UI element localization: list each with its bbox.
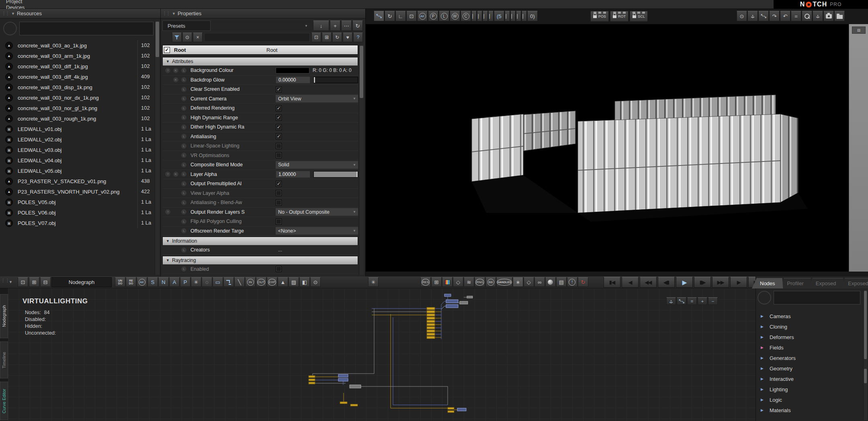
scrollbar-thumb[interactable]: [864, 291, 867, 359]
side-tab-curve-editor[interactable]: Curve Editor: [0, 382, 8, 420]
snap-a-button[interactable]: A: [169, 277, 180, 287]
favourite-button[interactable]: ♥: [343, 33, 352, 42]
checkbox[interactable]: ✓: [276, 124, 282, 130]
snap-5-button[interactable]: (5: [494, 11, 504, 21]
section-header[interactable]: ▼Raytracing: [162, 256, 358, 265]
redo-button[interactable]: REDO: [126, 277, 136, 287]
checkbox[interactable]: [276, 143, 282, 149]
resource-row[interactable]: ▣POLES_V05.obj1 La: [0, 197, 154, 207]
step-back-button[interactable]: ◀▮: [658, 277, 675, 288]
resource-row[interactable]: ▲P23_RASTER_V_STACKED_v01.png438: [0, 176, 154, 186]
panel-grip-icon[interactable]: ⋮⋮: [162, 11, 170, 16]
focus-selected-button[interactable]: ⊙: [182, 33, 192, 42]
graph-settings-button[interactable]: ✳: [191, 277, 201, 287]
nodes-scrollbar[interactable]: [863, 290, 867, 420]
resource-row[interactable]: ▣LEDWALL_v02.obj1 La: [0, 134, 154, 145]
focus-view-button[interactable]: ⊙: [737, 11, 747, 21]
checkbox[interactable]: [276, 190, 282, 196]
slider[interactable]: [313, 77, 358, 83]
bounding-box-button[interactable]: BB: [485, 277, 496, 287]
checkbox[interactable]: ✓: [276, 181, 282, 187]
expand-arrow-icon[interactable]: ▶: [761, 314, 766, 318]
resource-row[interactable]: ▲concrete_wall_003_disp_1k.png102: [0, 82, 154, 92]
show-exports-button[interactable]: EXP: [267, 277, 277, 287]
scrollbar-thumb[interactable]: [360, 46, 363, 98]
category-logic[interactable]: ▶Logic: [756, 394, 862, 405]
resource-row[interactable]: ▣LEDWALL_v04.obj1 La: [0, 155, 154, 166]
resource-row[interactable]: ▲concrete_wall_003_diff_1k.jpg102: [0, 61, 154, 72]
lasso-select-button[interactable]: ◌: [202, 277, 212, 287]
show-outputs-button[interactable]: OUT: [256, 277, 266, 287]
scrollbar-thumb[interactable]: [156, 22, 159, 57]
vr-preview-button[interactable]: ∞: [534, 277, 545, 287]
undo-button[interactable]: UNDO: [115, 277, 125, 287]
tab-profiler[interactable]: Profiler: [779, 278, 812, 288]
camera-view-button[interactable]: [823, 11, 834, 21]
dropdown[interactable]: Orbit View▼: [276, 95, 358, 102]
nodegraph-options-button[interactable]: ✳: [368, 277, 379, 287]
number-field[interactable]: 0.00000: [276, 76, 310, 84]
category-deformers[interactable]: ▶Deformers: [756, 332, 862, 342]
marquee-select-button[interactable]: ▭: [213, 277, 223, 287]
resource-row[interactable]: ▣LEDWALL_v05.obj1 La: [0, 166, 154, 176]
checkbox[interactable]: [276, 152, 282, 158]
color-swatch[interactable]: [276, 67, 309, 74]
resource-row[interactable]: ▲P23_RASTERS_VNORTH_INPUT_v02.png422: [0, 186, 154, 197]
auto-key-button[interactable]: AK: [417, 11, 428, 21]
resource-row[interactable]: ▲concrete_wall_003_rough_1k.png102: [0, 113, 154, 124]
nodegraph-canvas[interactable]: VIRTUALLIGHTING Nodes:84Disabled:Hidden:…: [8, 288, 755, 421]
revert-props-button[interactable]: ↻: [332, 33, 342, 42]
rotate-tool-button[interactable]: ↻: [385, 11, 395, 21]
root-node-row[interactable]: ✓ Root Root: [162, 45, 358, 55]
tick-b4-button[interactable]: ▏: [522, 11, 527, 21]
resource-row[interactable]: ▲concrete_wall_003_nor_dx_1k.png102: [0, 92, 154, 103]
help-button[interactable]: ?: [353, 33, 363, 42]
resource-row[interactable]: ▣LEDWALL_v01.obj1 La: [0, 124, 154, 134]
lock-rotation-button[interactable]: ROT: [610, 11, 628, 22]
strip-panel-icon[interactable]: ▤: [852, 27, 866, 34]
resources-search-input[interactable]: [19, 22, 154, 35]
side-tab-timeline[interactable]: Timeline: [0, 341, 8, 378]
panel-overlay-button[interactable]: ▤: [556, 277, 567, 287]
checkbox[interactable]: ✓: [276, 114, 282, 121]
show-inputs-button[interactable]: IN: [245, 277, 256, 287]
checkbox[interactable]: ✓: [276, 105, 282, 111]
section-header[interactable]: ▼Attributes: [162, 57, 358, 66]
float-window-button[interactable]: ⊡: [18, 277, 28, 287]
expand-arrow-icon[interactable]: ▶: [761, 387, 766, 391]
category-cloning[interactable]: ▶Cloning: [756, 321, 862, 332]
lock-scale-button[interactable]: SCL: [630, 11, 648, 22]
prev-keyframe-button[interactable]: ◀: [622, 277, 639, 288]
section-header[interactable]: ▼Information: [162, 237, 358, 245]
category-interactive[interactable]: ▶Interactive: [756, 374, 862, 384]
tab-exposed[interactable]: Exposed: [840, 278, 868, 288]
panel-grip-icon[interactable]: ⋮⋮: [1, 278, 10, 283]
tick-b3-button[interactable]: ▏: [516, 11, 521, 21]
root-enabled-checkbox[interactable]: ✓: [164, 47, 170, 53]
auto-key-graph-button[interactable]: AK: [137, 277, 147, 287]
scrollbar-thumb[interactable]: [864, 369, 867, 383]
properties-header[interactable]: ⋮⋮ ▼ Properties: [161, 9, 365, 18]
expand-arrow-icon[interactable]: ▶: [761, 325, 766, 329]
next-keyframe-button[interactable]: ▶: [730, 277, 747, 288]
slider[interactable]: [313, 171, 358, 178]
dropdown[interactable]: No - Output Composite▼: [276, 208, 358, 216]
snap-s-button[interactable]: S: [147, 277, 158, 287]
fit-view-button[interactable]: [758, 11, 769, 21]
translate-tool-button[interactable]: [374, 11, 384, 21]
preset-more-button[interactable]: ⋯: [341, 20, 352, 31]
paste-props-button[interactable]: ⊞: [322, 33, 332, 42]
layers-overlay-button[interactable]: ≋: [464, 277, 474, 287]
scale-tool-button[interactable]: ∟: [395, 11, 406, 21]
orbit-ccw-button[interactable]: ↶: [780, 11, 790, 21]
rng-overlay-button[interactable]: RNG: [475, 277, 485, 287]
category-materials[interactable]: ▶Materials: [756, 405, 862, 415]
filter-button[interactable]: [172, 33, 182, 42]
panel-grip-icon[interactable]: ⋮⋮: [2, 11, 9, 16]
step-forward-button[interactable]: ▮▶: [694, 277, 711, 288]
show-rings-button[interactable]: ⊙: [310, 277, 321, 287]
res-overlay-button[interactable]: RES: [420, 277, 431, 287]
show-previews-button[interactable]: ▲: [278, 277, 288, 287]
collapse-triangle-icon[interactable]: ▼: [172, 12, 176, 16]
expand-arrow-icon[interactable]: ▶: [761, 335, 766, 339]
